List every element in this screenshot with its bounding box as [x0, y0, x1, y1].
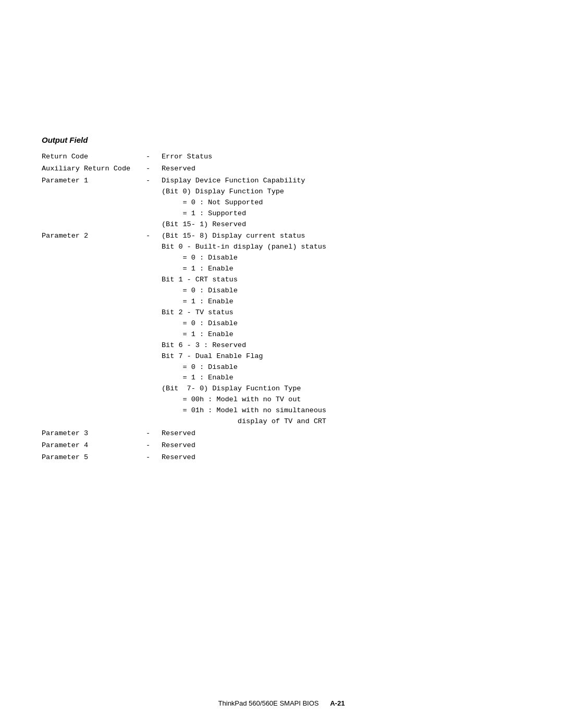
- section-title: Output Field: [42, 135, 521, 144]
- row-dash: -: [146, 164, 162, 175]
- row-value: Reserved: [162, 452, 521, 463]
- row-label: Auxiliary Return Code: [42, 164, 146, 175]
- row-label: Parameter 4: [42, 440, 146, 451]
- row-dash: -: [146, 428, 162, 439]
- table-row: Parameter 4-Reserved: [42, 440, 521, 451]
- table-row: Auxiliary Return Code-Reserved: [42, 164, 521, 175]
- table-row: Parameter 5-Reserved: [42, 452, 521, 463]
- row-label: Return Code: [42, 152, 146, 163]
- footer-page-ref: A-21: [330, 699, 345, 707]
- row-dash: -: [146, 152, 162, 163]
- table-row: Parameter 2-(Bit 15- 8) Display current …: [42, 231, 521, 427]
- page-container: Output Field Return Code-Error StatusAux…: [0, 0, 563, 728]
- row-value: Reserved: [162, 440, 521, 451]
- row-label: Parameter 1: [42, 176, 146, 230]
- table-row: Parameter 3-Reserved: [42, 428, 521, 439]
- content-table: Return Code-Error StatusAuxiliary Return…: [42, 152, 521, 463]
- table-row: Return Code-Error Status: [42, 152, 521, 163]
- row-label: Parameter 5: [42, 452, 146, 463]
- row-value: (Bit 15- 8) Display current status Bit 0…: [162, 231, 521, 427]
- row-value: Reserved: [162, 428, 521, 439]
- row-value: Display Device Function Capability (Bit …: [162, 176, 521, 230]
- footer: ThinkPad 560/560E SMAPI BIOS A-21: [0, 699, 563, 707]
- row-dash: -: [146, 440, 162, 451]
- row-value: Reserved: [162, 164, 521, 175]
- row-value: Error Status: [162, 152, 521, 163]
- top-spacer: [42, 31, 521, 135]
- footer-text: ThinkPad 560/560E SMAPI BIOS: [218, 699, 319, 707]
- footer-spacer: [321, 699, 328, 707]
- row-dash: -: [146, 452, 162, 463]
- table-row: Parameter 1-Display Device Function Capa…: [42, 176, 521, 230]
- row-label: Parameter 2: [42, 231, 146, 427]
- row-dash: -: [146, 176, 162, 230]
- row-label: Parameter 3: [42, 428, 146, 439]
- row-dash: -: [146, 231, 162, 427]
